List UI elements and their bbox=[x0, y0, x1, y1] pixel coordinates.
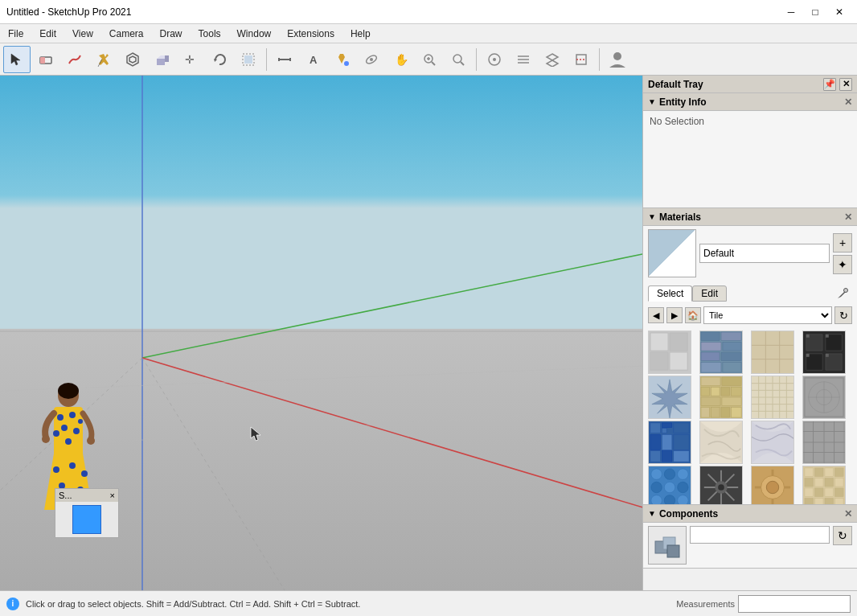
material-item-9[interactable] bbox=[648, 421, 691, 464]
orbit-tool-button[interactable] bbox=[358, 46, 385, 73]
close-button[interactable]: ✕ bbox=[828, 4, 851, 20]
menu-camera[interactable]: Camera bbox=[101, 24, 152, 43]
menu-file[interactable]: File bbox=[0, 24, 31, 43]
material-back-button[interactable]: ◀ bbox=[648, 307, 664, 323]
material-item-7[interactable] bbox=[751, 376, 794, 419]
hand-tool-button[interactable]: ✋ bbox=[387, 46, 414, 73]
material-item-10[interactable] bbox=[699, 421, 743, 464]
svg-rect-189 bbox=[825, 488, 834, 497]
material-item-3[interactable] bbox=[751, 331, 794, 374]
zoom-tool-button[interactable] bbox=[416, 46, 443, 73]
scale-tool-button[interactable] bbox=[235, 46, 262, 73]
section-planes-button[interactable] bbox=[510, 46, 537, 73]
eyedropper-button[interactable] bbox=[833, 284, 852, 303]
svg-point-162 bbox=[664, 495, 675, 504]
minimize-button[interactable]: ─ bbox=[780, 4, 802, 20]
eraser-tool-button[interactable] bbox=[32, 46, 59, 73]
svg-rect-136 bbox=[662, 429, 666, 433]
measurements-input[interactable] bbox=[738, 595, 851, 613]
svg-rect-190 bbox=[834, 488, 843, 497]
tape-tool-button[interactable] bbox=[271, 46, 298, 73]
svg-rect-81 bbox=[701, 342, 721, 351]
status-message: Click or drag to select objects. Shift =… bbox=[26, 599, 670, 609]
edit-tab[interactable]: Edit bbox=[692, 285, 727, 302]
account-button[interactable] bbox=[604, 46, 631, 73]
material-sample-button[interactable]: ✦ bbox=[833, 255, 852, 274]
svg-point-57 bbox=[65, 438, 72, 445]
svg-point-54 bbox=[61, 425, 68, 431]
material-item-16[interactable] bbox=[802, 466, 846, 504]
material-item-11[interactable] bbox=[751, 421, 794, 464]
svg-rect-179 bbox=[805, 468, 814, 477]
materials-arrow: ▼ bbox=[648, 212, 656, 221]
move-tool-button[interactable]: ✛ bbox=[177, 46, 204, 73]
material-create-button[interactable]: + bbox=[833, 233, 852, 253]
svg-point-53 bbox=[69, 412, 76, 418]
rotate-tool-button[interactable] bbox=[206, 46, 233, 73]
entity-info-header[interactable]: ▼ Entity Info ✕ bbox=[643, 93, 857, 111]
small-tray-close[interactable]: × bbox=[110, 491, 115, 500]
svg-line-28 bbox=[461, 62, 464, 65]
menu-extensions[interactable]: Extensions bbox=[279, 24, 342, 43]
components-header[interactable]: ▼ Components ✕ bbox=[643, 505, 857, 523]
components-button[interactable] bbox=[481, 46, 508, 73]
measurements-area: Measurements bbox=[676, 595, 851, 613]
material-home-button[interactable]: 🏠 bbox=[685, 307, 701, 323]
line-tool-button[interactable]: ╱ bbox=[90, 46, 117, 73]
materials-header[interactable]: ▼ Materials ✕ bbox=[643, 208, 857, 226]
material-item-12[interactable] bbox=[802, 421, 846, 464]
material-item-4[interactable] bbox=[802, 331, 846, 374]
text-tool-button[interactable]: A bbox=[300, 46, 327, 73]
offset-tool-button[interactable] bbox=[119, 46, 146, 73]
menu-window[interactable]: Window bbox=[229, 24, 280, 43]
svg-marker-35 bbox=[547, 60, 558, 67]
material-name-input[interactable] bbox=[699, 244, 830, 263]
svg-rect-192 bbox=[814, 498, 823, 504]
material-tabs: Select Edit bbox=[643, 281, 857, 303]
section-cut-button[interactable] bbox=[568, 46, 595, 73]
svg-point-21 bbox=[370, 58, 373, 61]
svg-point-52 bbox=[57, 414, 64, 421]
pushpull-tool-button[interactable] bbox=[148, 46, 175, 73]
menu-tools[interactable]: Tools bbox=[191, 24, 229, 43]
material-item-8[interactable] bbox=[802, 376, 846, 419]
material-forward-button[interactable]: ▶ bbox=[666, 307, 683, 323]
entity-info-close[interactable]: ✕ bbox=[844, 97, 852, 108]
material-item-1[interactable] bbox=[648, 331, 691, 374]
material-item-5[interactable] bbox=[648, 376, 691, 419]
material-item-13[interactable] bbox=[648, 466, 691, 504]
layers-button[interactable] bbox=[539, 46, 566, 73]
menu-help[interactable]: Help bbox=[342, 24, 379, 43]
menu-view[interactable]: View bbox=[64, 24, 101, 43]
3d-viewport[interactable]: S... × bbox=[0, 76, 642, 590]
materials-close[interactable]: ✕ bbox=[844, 211, 852, 223]
material-item-6[interactable] bbox=[699, 376, 743, 419]
svg-rect-113 bbox=[711, 408, 720, 418]
material-item-2[interactable] bbox=[699, 331, 743, 374]
paint-tool-button[interactable] bbox=[329, 46, 356, 73]
svg-rect-188 bbox=[814, 488, 823, 497]
freehand-tool-button[interactable] bbox=[61, 46, 88, 73]
material-item-14[interactable] bbox=[699, 466, 743, 504]
materials-section: ▼ Materials ✕ + ✦ Sele bbox=[643, 208, 857, 505]
material-item-15[interactable] bbox=[751, 466, 794, 504]
tray-close-button[interactable]: ✕ bbox=[839, 78, 852, 91]
svg-rect-74 bbox=[650, 333, 668, 351]
material-reload-button[interactable]: ↻ bbox=[834, 306, 852, 324]
menu-draw[interactable]: Draw bbox=[152, 24, 191, 43]
menu-edit[interactable]: Edit bbox=[31, 24, 64, 43]
tray-pin-button[interactable]: 📌 bbox=[823, 78, 836, 91]
select-tool-button[interactable] bbox=[3, 46, 31, 73]
tray-title-icons: 📌 ✕ bbox=[823, 78, 852, 91]
no-selection-text: No Selection bbox=[650, 116, 704, 127]
components-close[interactable]: ✕ bbox=[844, 508, 852, 519]
components-search-input[interactable] bbox=[690, 526, 830, 544]
svg-point-156 bbox=[664, 469, 675, 479]
components-action-button[interactable]: ↻ bbox=[833, 526, 852, 545]
zoom-ext-button[interactable] bbox=[445, 46, 472, 73]
material-category-select[interactable]: Tile Wood Metal Stone Brick bbox=[703, 306, 832, 324]
select-tab[interactable]: Select bbox=[648, 285, 692, 302]
svg-point-59 bbox=[42, 435, 50, 443]
maximize-button[interactable]: □ bbox=[804, 4, 826, 20]
svg-text:A: A bbox=[310, 54, 318, 66]
